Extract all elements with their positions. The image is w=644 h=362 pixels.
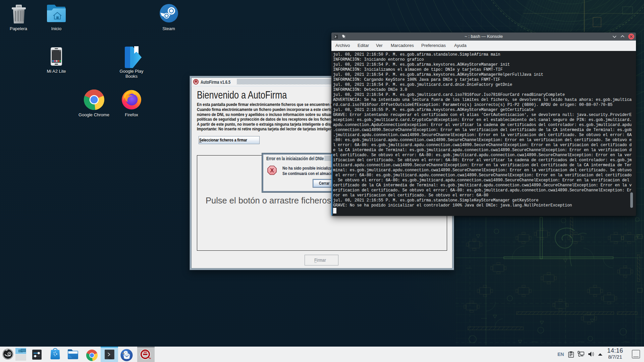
svg-text:X: X xyxy=(270,167,274,174)
